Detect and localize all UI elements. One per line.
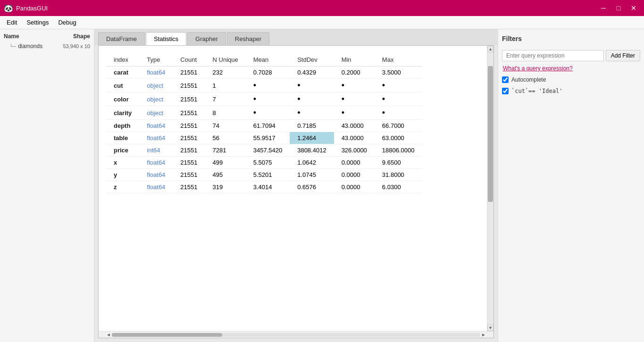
cell-max[interactable]: 18806.0000: [375, 144, 422, 157]
filter-tag-checkbox[interactable]: [502, 88, 509, 94]
scroll-left-arrow[interactable]: ◄: [105, 332, 112, 337]
cell-max[interactable]: •: [375, 106, 422, 120]
cell-mean[interactable]: 3457.5420: [246, 144, 290, 157]
cell-stddev[interactable]: 0.7185: [290, 120, 334, 132]
cell-count[interactable]: 21551: [173, 79, 205, 92]
horizontal-scrollbar[interactable]: ◄ ►: [99, 331, 493, 338]
cell-stddev[interactable]: 1.2464: [290, 132, 334, 144]
cell-max[interactable]: •: [375, 79, 422, 92]
cell-stddev[interactable]: 0.6576: [290, 181, 334, 193]
cell-stddev[interactable]: 3808.4012: [290, 144, 334, 157]
cell-mean[interactable]: •: [246, 92, 290, 106]
tab-statistics[interactable]: Statistics: [146, 32, 186, 46]
cell-mean[interactable]: •: [246, 79, 290, 92]
cell-nunique[interactable]: 1: [205, 79, 246, 92]
cell-type[interactable]: float64: [139, 132, 173, 144]
cell-count[interactable]: 21551: [173, 144, 205, 157]
cell-count[interactable]: 21551: [173, 120, 205, 132]
cell-nunique[interactable]: 232: [205, 67, 246, 79]
tab-dataframe[interactable]: DataFrame: [98, 32, 145, 45]
cell-count[interactable]: 21551: [173, 157, 205, 169]
vertical-scrollbar[interactable]: ▲ ▼: [487, 46, 493, 331]
scroll-right-arrow[interactable]: ►: [480, 332, 487, 337]
cell-min[interactable]: 0.2000: [334, 67, 375, 79]
cell-max[interactable]: 63.0000: [375, 132, 422, 144]
cell-stddev[interactable]: 1.0642: [290, 157, 334, 169]
cell-count[interactable]: 21551: [173, 181, 205, 193]
cell-index[interactable]: carat: [106, 67, 139, 79]
cell-max[interactable]: 9.6500: [375, 157, 422, 169]
cell-nunique[interactable]: 56: [205, 132, 246, 144]
cell-count[interactable]: 21551: [173, 67, 205, 79]
table-scroll[interactable]: index Type Count N Unique Mean StdDev Mi…: [99, 46, 487, 331]
menu-edit[interactable]: Edit: [2, 17, 22, 28]
cell-type[interactable]: float64: [139, 67, 173, 79]
cell-index[interactable]: clarity: [106, 106, 139, 120]
cell-count[interactable]: 21551: [173, 169, 205, 181]
what-query-link[interactable]: What's a query expression?: [502, 65, 640, 72]
h-scroll-track[interactable]: [112, 333, 480, 337]
cell-nunique[interactable]: 74: [205, 120, 246, 132]
cell-max[interactable]: 6.0300: [375, 181, 422, 193]
cell-stddev[interactable]: •: [290, 106, 334, 120]
maximize-button[interactable]: □: [612, 2, 625, 14]
cell-type[interactable]: float64: [139, 157, 173, 169]
cell-stddev[interactable]: •: [290, 79, 334, 92]
close-button[interactable]: ✕: [627, 2, 640, 14]
cell-min[interactable]: 43.0000: [334, 132, 375, 144]
cell-type[interactable]: object: [139, 79, 173, 92]
cell-count[interactable]: 21551: [173, 106, 205, 120]
add-filter-button[interactable]: Add Filter: [606, 50, 640, 61]
cell-count[interactable]: 21551: [173, 92, 205, 106]
tab-reshaper[interactable]: Reshaper: [227, 32, 269, 45]
cell-min[interactable]: 43.0000: [334, 120, 375, 132]
filter-query-input[interactable]: [502, 50, 604, 61]
cell-mean[interactable]: 5.5201: [246, 169, 290, 181]
cell-mean[interactable]: 5.5075: [246, 157, 290, 169]
cell-nunique[interactable]: 8: [205, 106, 246, 120]
sidebar-item-diamonds[interactable]: └─ diamonds 53,940 x 10: [0, 42, 94, 51]
cell-min[interactable]: •: [334, 92, 375, 106]
cell-min[interactable]: 0.0000: [334, 157, 375, 169]
cell-index[interactable]: y: [106, 169, 139, 181]
cell-type[interactable]: float64: [139, 181, 173, 193]
cell-count[interactable]: 21551: [173, 132, 205, 144]
cell-index[interactable]: x: [106, 157, 139, 169]
tab-grapher[interactable]: Grapher: [187, 32, 226, 45]
cell-index[interactable]: table: [106, 132, 139, 144]
cell-nunique[interactable]: 319: [205, 181, 246, 193]
cell-nunique[interactable]: 499: [205, 157, 246, 169]
cell-min[interactable]: 0.0000: [334, 169, 375, 181]
cell-max[interactable]: 3.5000: [375, 67, 422, 79]
scroll-thumb[interactable]: [488, 66, 493, 202]
cell-type[interactable]: object: [139, 92, 173, 106]
menu-debug[interactable]: Debug: [53, 17, 81, 28]
cell-nunique[interactable]: 7281: [205, 144, 246, 157]
menu-settings[interactable]: Settings: [22, 17, 53, 28]
cell-max[interactable]: 66.7000: [375, 120, 422, 132]
cell-type[interactable]: float64: [139, 169, 173, 181]
cell-mean[interactable]: 3.4014: [246, 181, 290, 193]
cell-stddev[interactable]: •: [290, 92, 334, 106]
cell-index[interactable]: price: [106, 144, 139, 157]
autocomplete-checkbox[interactable]: [502, 76, 509, 83]
cell-type[interactable]: float64: [139, 120, 173, 132]
cell-index[interactable]: depth: [106, 120, 139, 132]
minimize-button[interactable]: ─: [597, 2, 610, 14]
h-scroll-thumb[interactable]: [112, 333, 222, 337]
cell-mean[interactable]: 55.9517: [246, 132, 290, 144]
cell-nunique[interactable]: 7: [205, 92, 246, 106]
cell-min[interactable]: 326.0000: [334, 144, 375, 157]
scroll-up-arrow[interactable]: ▲: [487, 46, 493, 52]
cell-index[interactable]: cut: [106, 79, 139, 92]
cell-type[interactable]: int64: [139, 144, 173, 157]
cell-mean[interactable]: 61.7094: [246, 120, 290, 132]
cell-min[interactable]: 0.0000: [334, 181, 375, 193]
cell-max[interactable]: •: [375, 92, 422, 106]
cell-index[interactable]: z: [106, 181, 139, 193]
cell-mean[interactable]: 0.7028: [246, 67, 290, 79]
cell-index[interactable]: color: [106, 92, 139, 106]
cell-max[interactable]: 31.8000: [375, 169, 422, 181]
cell-type[interactable]: object: [139, 106, 173, 120]
cell-mean[interactable]: •: [246, 106, 290, 120]
